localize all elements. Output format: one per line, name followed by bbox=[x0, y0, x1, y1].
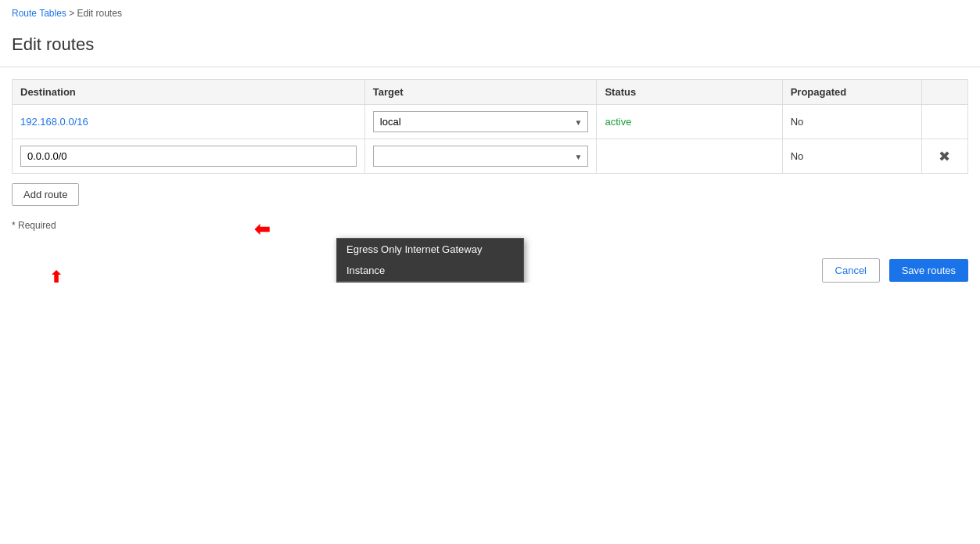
propagated-no-cell: No bbox=[782, 139, 921, 174]
target-dropdown-wrapper[interactable] bbox=[373, 146, 589, 167]
page-title: Edit routes bbox=[0, 27, 980, 67]
propagated-cell: No bbox=[782, 105, 921, 139]
action-cell bbox=[921, 105, 967, 139]
col-header-actions bbox=[921, 80, 967, 105]
table-row-editable: No ✖ bbox=[13, 139, 968, 174]
target-select-wrapper[interactable]: local bbox=[373, 111, 589, 132]
breadcrumb-separator: > bbox=[66, 8, 77, 19]
target-cell: local bbox=[364, 105, 597, 139]
dropdown-item-egress[interactable]: Egress Only Internet Gateway bbox=[337, 239, 523, 260]
destination-input[interactable] bbox=[20, 146, 357, 167]
target-select-local[interactable]: local bbox=[373, 111, 589, 132]
cancel-button[interactable]: Cancel bbox=[822, 258, 880, 283]
propagated-no-value: No bbox=[791, 150, 804, 162]
propagated-value: No bbox=[791, 116, 804, 128]
target-dropdown-menu: Egress Only Internet Gateway Instance In… bbox=[336, 238, 524, 283]
col-header-status: Status bbox=[597, 80, 782, 105]
status-active: active bbox=[605, 116, 631, 128]
breadcrumb-link[interactable]: Route Tables bbox=[12, 8, 66, 19]
target-input-cell bbox=[364, 139, 597, 174]
add-route-button[interactable]: Add route bbox=[12, 183, 79, 206]
col-header-target: Target bbox=[364, 80, 597, 105]
col-header-destination: Destination bbox=[13, 80, 365, 105]
destination-input-cell bbox=[13, 139, 365, 174]
col-header-propagated: Propagated bbox=[782, 80, 921, 105]
breadcrumb: Route Tables > Edit routes bbox=[0, 0, 980, 27]
target-select-editable[interactable] bbox=[373, 146, 589, 167]
table-row: 192.168.0.0/16 local active No bbox=[13, 105, 968, 139]
status-empty-cell bbox=[597, 139, 782, 174]
close-route-button[interactable]: ✖ bbox=[939, 148, 950, 165]
close-cell[interactable]: ✖ bbox=[921, 139, 967, 174]
required-note: * Required bbox=[12, 220, 968, 231]
save-routes-button[interactable]: Save routes bbox=[889, 259, 968, 282]
dropdown-item-instance[interactable]: Instance bbox=[337, 260, 523, 281]
dropdown-item-internet-gateway[interactable]: Internet Gateway bbox=[337, 281, 523, 283]
breadcrumb-current: Edit routes bbox=[77, 8, 122, 19]
destination-value: 192.168.0.0/16 bbox=[20, 116, 88, 128]
destination-cell: 192.168.0.0/16 bbox=[13, 105, 365, 139]
status-cell: active bbox=[597, 105, 782, 139]
